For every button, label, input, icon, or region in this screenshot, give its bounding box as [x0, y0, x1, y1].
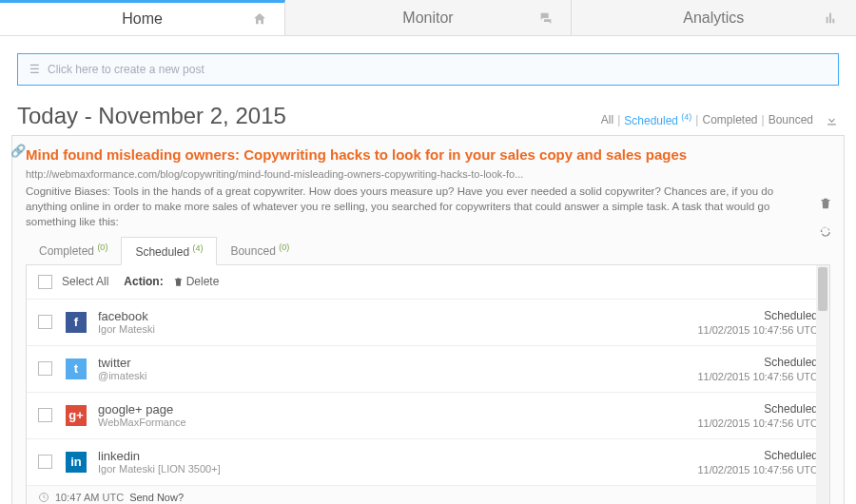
list-item[interactable]: ffacebookIgor MateskiScheduled11/02/2015… [27, 299, 829, 345]
select-all-checkbox[interactable] [38, 275, 52, 289]
post-description: Cognitive Biases: Tools in the hands of … [26, 184, 830, 229]
row-status: Scheduled [697, 449, 818, 462]
link-icon: 🔗 [10, 144, 26, 158]
home-icon [252, 11, 267, 27]
row-checkbox[interactable] [38, 408, 52, 422]
menu-icon: ☰ [29, 63, 40, 76]
row-timestamp: 11/02/2015 10:47:56 UTC [697, 324, 818, 336]
li-icon: in [66, 452, 87, 473]
tab-home[interactable]: Home [0, 0, 285, 35]
gp-icon: g+ [66, 405, 87, 426]
list-footer: 10:47 AM UTC Send Now? [27, 485, 829, 504]
row-timestamp: 11/02/2015 10:47:56 UTC [697, 417, 818, 429]
subtab-bounced[interactable]: Bounced (0) [217, 237, 302, 264]
filter-scheduled[interactable]: Scheduled (4) [624, 112, 691, 127]
network-name: google+ page [98, 402, 697, 417]
send-now-link[interactable]: Send Now? [129, 492, 184, 503]
account-name: @imateski [98, 370, 697, 381]
account-name: Igor Mateski [98, 323, 697, 335]
action-label: Action: [124, 275, 163, 288]
row-checkbox[interactable] [38, 315, 52, 329]
sub-tabs: Completed (0) Scheduled (4) Bounced (0) [26, 237, 830, 265]
download-icon[interactable] [825, 113, 839, 127]
refresh-icon[interactable] [819, 225, 832, 239]
chat-icon [538, 10, 554, 26]
post-title[interactable]: Mind found misleading owners: Copywritin… [26, 145, 830, 165]
bar-chart-icon [824, 10, 839, 26]
row-timestamp: 11/02/2015 10:47:56 UTC [697, 371, 818, 382]
row-checkbox[interactable] [38, 361, 52, 376]
subtab-completed[interactable]: Completed (0) [26, 237, 121, 264]
account-name: Igor Mateski [LION 3500+] [98, 463, 697, 475]
subtab-scheduled[interactable]: Scheduled (4) [121, 237, 217, 265]
post-card: 🔗 Mind found misleading owners: Copywrit… [11, 135, 845, 504]
trash-small-icon [173, 277, 184, 287]
main-tabs: Home Monitor Analytics [0, 0, 856, 36]
account-name: WebMaxFormance [98, 417, 697, 428]
row-status: Scheduled [697, 309, 818, 322]
tab-monitor[interactable]: Monitor [285, 0, 571, 35]
tw-icon: t [66, 359, 87, 379]
tab-label: Analytics [683, 10, 744, 27]
tab-label: Home [122, 10, 163, 28]
list-item[interactable]: ttwitter@imateskiScheduled11/02/2015 10:… [27, 345, 829, 392]
filter-bounced[interactable]: Bounced [768, 113, 813, 126]
network-name: twitter [98, 356, 697, 370]
compose-input[interactable]: ☰ Click here to create a new post [17, 53, 839, 86]
footer-time: 10:47 AM UTC [55, 492, 124, 503]
compose-placeholder: Click here to create a new post [48, 63, 204, 76]
network-name: facebook [98, 309, 697, 323]
filter-completed[interactable]: Completed [702, 113, 757, 126]
scrollbar[interactable] [816, 265, 829, 504]
clock-icon [38, 492, 49, 503]
filter-all[interactable]: All [601, 113, 613, 126]
filter-bar: All | Scheduled (4) | Completed | Bounce… [601, 112, 839, 127]
bulk-action-row: Select All Action: Delete [27, 265, 829, 299]
tab-analytics[interactable]: Analytics [572, 0, 856, 35]
fb-icon: f [66, 312, 87, 333]
list-item[interactable]: inlinkedinIgor Mateski [LION 3500+]Sched… [27, 438, 829, 485]
delete-action[interactable]: Delete [173, 275, 220, 288]
select-all-label[interactable]: Select All [62, 275, 108, 288]
post-url[interactable]: http://webmaxformance.com/blog/copywriti… [26, 168, 830, 180]
row-status: Scheduled [697, 356, 818, 369]
row-checkbox[interactable] [38, 455, 52, 469]
row-timestamp: 11/02/2015 10:47:56 UTC [697, 464, 818, 475]
trash-icon[interactable] [819, 197, 832, 210]
list-item[interactable]: g+google+ pageWebMaxFormanceScheduled11/… [27, 392, 829, 438]
page-title: Today - November 2, 2015 [17, 103, 286, 129]
scrollbar-thumb[interactable] [818, 267, 827, 311]
tab-label: Monitor [402, 10, 453, 27]
scheduled-list: Select All Action: Delete ffacebookIgor … [26, 265, 830, 504]
network-name: linkedin [98, 449, 697, 463]
row-status: Scheduled [697, 402, 818, 416]
